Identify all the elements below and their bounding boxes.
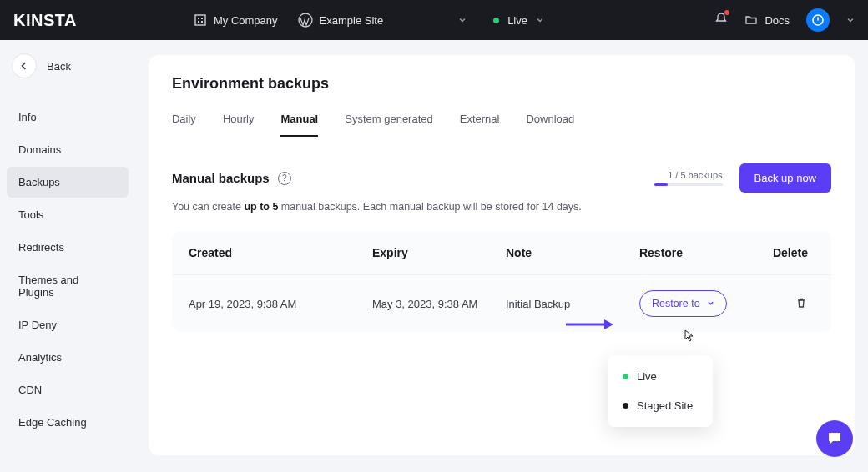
sidebar-nav: InfoDomainsBackupsToolsRedirectsThemes a… xyxy=(7,102,129,438)
live-status-dot xyxy=(493,18,499,23)
sidebar-item-cdn[interactable]: CDN xyxy=(7,374,129,405)
backups-table: Created Expiry Note Restore Delete Apr 1… xyxy=(172,231,831,332)
col-note: Note xyxy=(506,246,639,259)
notification-badge xyxy=(724,10,729,15)
chat-bubble-button[interactable] xyxy=(816,420,853,457)
dropdown-item-staged-site[interactable]: Staged Site xyxy=(608,391,713,420)
wordpress-icon xyxy=(298,13,313,28)
tab-external[interactable]: External xyxy=(460,113,500,137)
topbar-right: Docs xyxy=(714,8,855,32)
annotation-arrow xyxy=(566,319,614,330)
col-restore: Restore xyxy=(639,246,773,259)
cell-expiry: May 3, 2023, 9:38 AM xyxy=(372,298,506,310)
backup-now-button[interactable]: Back up now xyxy=(739,163,831,193)
svg-rect-3 xyxy=(198,21,199,23)
user-avatar[interactable] xyxy=(806,8,830,32)
table-header: Created Expiry Note Restore Delete xyxy=(172,231,831,274)
col-delete: Delete xyxy=(773,246,815,259)
page-title: Environment backups xyxy=(172,75,831,93)
col-expiry: Expiry xyxy=(372,246,506,259)
docs-link[interactable]: Docs xyxy=(744,13,790,27)
cursor-icon xyxy=(681,329,694,347)
user-menu-chevron[interactable] xyxy=(846,13,855,28)
section-description: You can create up to 5 manual backups. E… xyxy=(172,201,831,213)
tabs: DailyHourlyManualSystem generatedExterna… xyxy=(172,113,831,137)
help-icon[interactable]: ? xyxy=(278,172,291,185)
chevron-down-icon xyxy=(458,16,467,24)
env-selector[interactable]: Live xyxy=(493,14,551,27)
folder-icon xyxy=(744,13,758,27)
sidebar-item-tools[interactable]: Tools xyxy=(7,199,129,230)
company-label: My Company xyxy=(214,14,278,27)
sidebar-item-themes-and-plugins[interactable]: Themes and Plugins xyxy=(7,264,129,308)
svg-rect-2 xyxy=(201,18,203,19)
sidebar: Back InfoDomainsBackupsToolsRedirectsThe… xyxy=(0,40,135,472)
site-selector[interactable]: Example Site xyxy=(298,13,474,28)
status-dot xyxy=(623,374,628,379)
section-title: Manual backups xyxy=(172,171,270,185)
svg-rect-4 xyxy=(201,21,203,23)
svg-rect-1 xyxy=(198,18,199,19)
tab-system-generated[interactable]: System generated xyxy=(345,113,433,137)
sidebar-item-ip-deny[interactable]: IP Deny xyxy=(7,309,129,340)
status-dot xyxy=(623,403,628,409)
back-label: Back xyxy=(47,60,71,73)
progress-bar xyxy=(654,183,723,186)
col-created: Created xyxy=(189,246,372,259)
delete-button[interactable] xyxy=(795,296,808,309)
logo-text: KINSTA xyxy=(13,11,77,30)
restore-to-button[interactable]: Restore to xyxy=(639,290,727,317)
restore-dropdown: LiveStaged Site xyxy=(608,355,713,427)
notifications-button[interactable] xyxy=(714,12,728,28)
section-header: Manual backups ? 1 / 5 backups Back up n… xyxy=(172,163,831,193)
tab-download[interactable]: Download xyxy=(526,113,574,137)
main-card: Environment backups DailyHourlyManualSys… xyxy=(149,55,855,455)
tab-manual[interactable]: Manual xyxy=(280,113,318,137)
tab-daily[interactable]: Daily xyxy=(172,113,196,137)
site-label: Example Site xyxy=(320,14,384,27)
tab-hourly[interactable]: Hourly xyxy=(223,113,255,137)
sidebar-item-backups[interactable]: Backups xyxy=(7,167,129,198)
env-label: Live xyxy=(507,14,527,27)
back-button[interactable] xyxy=(12,53,37,78)
docs-label: Docs xyxy=(765,14,790,27)
svg-rect-0 xyxy=(195,15,205,25)
dropdown-item-label: Live xyxy=(637,370,657,383)
sidebar-item-analytics[interactable]: Analytics xyxy=(7,342,129,373)
sidebar-item-redirects[interactable]: Redirects xyxy=(7,232,129,263)
logo[interactable]: KINSTA xyxy=(13,11,77,30)
table-row: Apr 19, 2023, 9:38 AMMay 3, 2023, 9:38 A… xyxy=(172,274,831,332)
sidebar-item-edge-caching[interactable]: Edge Caching xyxy=(7,407,129,438)
cell-note: Initial Backup xyxy=(506,298,639,310)
back-row: Back xyxy=(12,53,129,78)
svg-rect-7 xyxy=(817,18,819,21)
progress-indicator: 1 / 5 backups xyxy=(654,170,723,186)
sidebar-item-info[interactable]: Info xyxy=(7,102,129,133)
cell-created: Apr 19, 2023, 9:38 AM xyxy=(189,298,372,310)
dropdown-item-label: Staged Site xyxy=(637,399,693,412)
topbar: KINSTA My Company Example Site Live xyxy=(0,0,868,40)
dropdown-item-live[interactable]: Live xyxy=(608,362,713,391)
progress-label: 1 / 5 backups xyxy=(668,170,722,180)
sidebar-item-domains[interactable]: Domains xyxy=(7,134,129,165)
chevron-down-icon xyxy=(536,16,544,24)
building-icon xyxy=(194,13,207,27)
company-selector[interactable]: My Company xyxy=(194,13,278,27)
chevron-down-icon xyxy=(707,298,714,309)
